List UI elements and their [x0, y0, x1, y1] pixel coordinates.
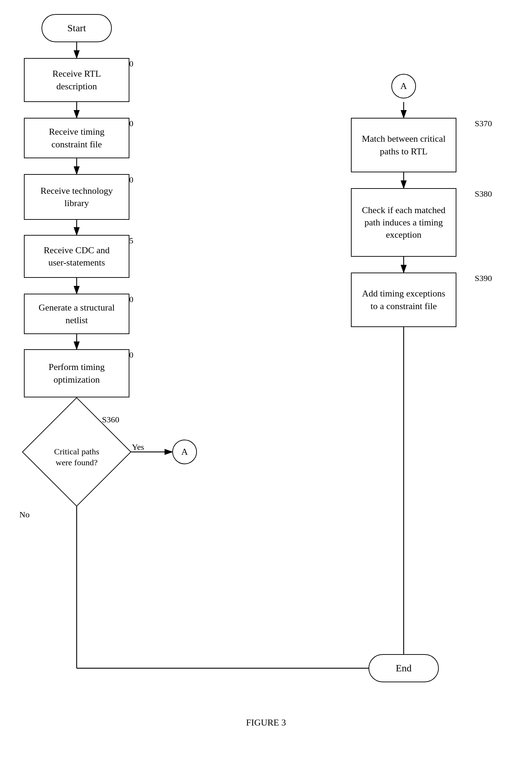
step-s360: Critical paths were found?	[38, 413, 115, 491]
figure-caption: FIGURE 3	[246, 717, 286, 728]
step-s370: Match between critical paths to RTL	[351, 118, 456, 172]
start-shape: Start	[41, 14, 112, 42]
step-s380-label: S380	[475, 189, 492, 199]
step-s340: Generate a structural netlist	[24, 294, 129, 334]
no-label: No	[19, 510, 30, 519]
step-s370-label: S370	[475, 119, 492, 128]
end-shape: End	[368, 654, 439, 682]
step-s390-label: S390	[475, 274, 492, 283]
step-s380: Check if each matched path induces a tim…	[351, 188, 456, 257]
connector-a-right: A	[391, 74, 416, 98]
step-s310: Receive RTL description	[24, 58, 129, 102]
step-s335: Receive CDC and user-statements	[24, 235, 129, 278]
step-s390: Add timing exceptions to a constraint fi…	[351, 273, 456, 327]
start-label: Start	[68, 23, 86, 34]
connector-a-left: A	[172, 440, 197, 464]
end-label: End	[396, 663, 411, 674]
step-s320: Receive timing constraint file	[24, 118, 129, 158]
step-s350: Perform timing optimization	[24, 349, 129, 397]
step-s330: Receive technology library	[24, 174, 129, 220]
yes-label: Yes	[132, 442, 144, 452]
